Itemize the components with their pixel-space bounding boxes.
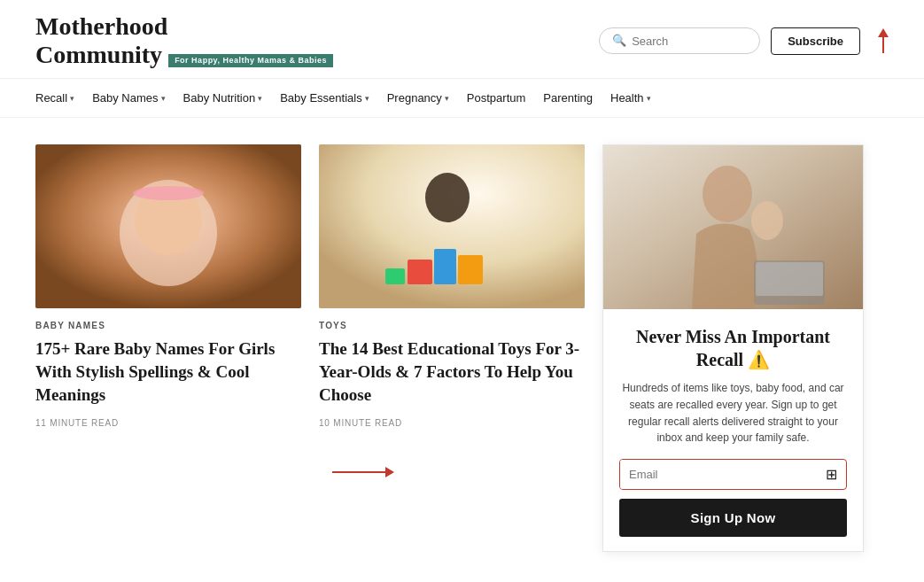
chevron-down-icon: ▾ xyxy=(258,94,262,103)
svg-point-3 xyxy=(133,186,204,200)
svg-rect-6 xyxy=(408,260,432,284)
article-title-1[interactable]: 175+ Rare Baby Names For Girls With Styl… xyxy=(35,338,301,406)
email-arrow xyxy=(332,467,394,477)
logo-subtitle: For Happy, Healthy Mamas & Babies xyxy=(168,54,333,66)
search-icon: 🔍 xyxy=(612,34,626,48)
nav-item-health[interactable]: Health ▾ xyxy=(602,88,660,108)
logo: Motherhood Community For Happy, Healthy … xyxy=(35,12,333,69)
article-read-time-1: 11 MINUTE READ xyxy=(35,418,301,428)
chevron-down-icon: ▾ xyxy=(161,94,166,103)
svg-point-5 xyxy=(425,173,470,222)
newsletter-description: Hundreds of items like toys, baby food, … xyxy=(619,380,847,446)
chevron-down-icon: ▾ xyxy=(70,94,74,103)
svg-rect-9 xyxy=(385,268,405,284)
nav-item-recall[interactable]: Recall ▾ xyxy=(35,88,83,108)
svg-rect-7 xyxy=(434,249,456,284)
baby-image-svg xyxy=(35,144,301,308)
subscribe-arrow xyxy=(878,28,889,53)
svg-point-11 xyxy=(703,166,752,222)
svg-rect-14 xyxy=(756,262,823,296)
mother-image-svg xyxy=(603,145,864,309)
svg-rect-8 xyxy=(458,255,483,284)
toys-image-svg xyxy=(319,144,585,308)
newsletter-title: Never Miss An Important Recall ⚠️ xyxy=(619,325,847,371)
article-category-1: BABY NAMES xyxy=(35,321,301,330)
main-navigation: Recall ▾ Baby Names ▾ Baby Nutrition ▾ B… xyxy=(0,79,924,118)
nav-item-pregnancy[interactable]: Pregnancy ▾ xyxy=(378,88,458,108)
search-input[interactable] xyxy=(632,35,747,48)
chevron-down-icon: ▾ xyxy=(647,94,651,103)
email-input-wrap: ⊞ xyxy=(619,459,847,490)
email-icon: ⊞ xyxy=(817,466,846,483)
chevron-down-icon: ▾ xyxy=(365,94,369,103)
nav-item-baby-names[interactable]: Baby Names ▾ xyxy=(83,88,174,108)
newsletter-card: Never Miss An Important Recall ⚠️ Hundre… xyxy=(602,144,864,551)
email-field[interactable] xyxy=(620,460,817,489)
newsletter-image xyxy=(603,145,863,309)
nav-item-baby-nutrition[interactable]: Baby Nutrition ▾ xyxy=(175,88,272,108)
svg-point-12 xyxy=(751,201,783,240)
article-title-2[interactable]: The 14 Best Educational Toys For 3-Year-… xyxy=(319,338,585,406)
subscribe-button[interactable]: Subscribe xyxy=(771,27,860,55)
header: Motherhood Community For Happy, Healthy … xyxy=(0,0,924,79)
article-card-2: TOYS The 14 Best Educational Toys For 3-… xyxy=(319,144,585,551)
article-image-2 xyxy=(319,144,585,308)
nav-item-baby-essentials[interactable]: Baby Essentials ▾ xyxy=(271,88,378,108)
nav-item-parenting[interactable]: Parenting xyxy=(534,88,602,108)
nav-item-postpartum[interactable]: Postpartum xyxy=(458,88,534,108)
article-read-time-2: 10 MINUTE READ xyxy=(319,418,585,428)
newsletter-body: Never Miss An Important Recall ⚠️ Hundre… xyxy=(603,309,863,550)
header-right: 🔍 Subscribe xyxy=(599,27,889,55)
main-content: BABY NAMES 175+ Rare Baby Names For Girl… xyxy=(0,118,924,578)
signup-button[interactable]: Sign Up Now xyxy=(619,499,847,537)
article-card-1: BABY NAMES 175+ Rare Baby Names For Girl… xyxy=(35,144,301,551)
article-category-2: TOYS xyxy=(319,321,585,330)
search-bar[interactable]: 🔍 xyxy=(599,27,760,54)
article-image-1 xyxy=(35,144,301,308)
chevron-down-icon: ▾ xyxy=(445,94,449,103)
logo-title: Motherhood Community For Happy, Healthy … xyxy=(35,12,333,69)
